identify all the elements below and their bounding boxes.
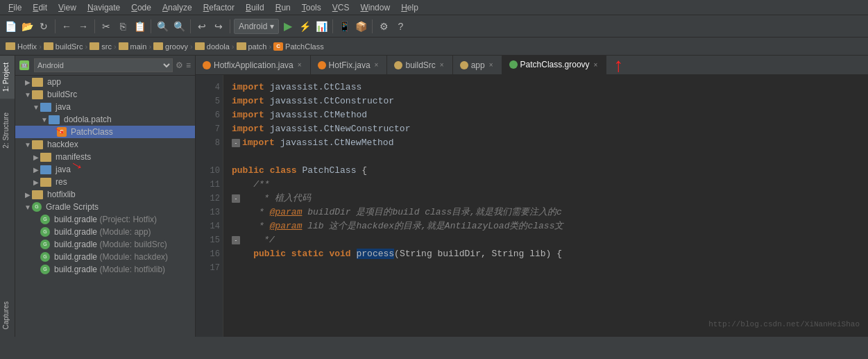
hotfix-java-tab-close[interactable]: × [373,61,380,69]
tree-item-patchclass[interactable]: C PatchClass [15,126,195,138]
buildsrc-folder-icon [32,90,43,99]
tab-project[interactable]: 1: Project [0,56,15,99]
res-expand-arrow[interactable]: ▶ [32,178,40,186]
menu-window[interactable]: Window [355,1,395,14]
tree-item-build-gradle-hotfixlib[interactable]: G build.gradle (Module: hotfixlib) [15,263,195,276]
tree-item-res[interactable]: ▶ res [15,176,195,188]
toolbar-sep-7 [372,19,373,33]
tree-item-build-gradle-app[interactable]: G build.gradle (Module: app) [15,226,195,238]
buildsrc-expand-arrow[interactable]: ▼ [24,91,32,99]
new-file-btn[interactable]: 📄 [3,19,18,34]
tab-hotfix-java[interactable]: HotFix.java × [311,56,388,75]
hackdex-expand-arrow[interactable]: ▼ [24,141,32,149]
buildsrc-folder-icon [44,42,53,50]
patchclass-tab-close[interactable]: × [593,61,599,69]
hotfixlib-expand-arrow[interactable]: ▶ [24,191,32,199]
hotfix-app-tab-close[interactable]: × [296,61,303,69]
sdk-btn[interactable]: 📦 [353,19,368,34]
paste-btn[interactable]: 📋 [132,19,147,34]
tab-hotfix-application[interactable]: HotfixApplication.java × [196,56,311,75]
sync-btn[interactable]: ↻ [36,19,51,34]
tree-item-hotfixlib[interactable]: ▶ hotfixlib [15,188,195,201]
fold-icon-8[interactable]: - [232,139,240,147]
undo-btn[interactable]: ↩ [194,19,210,34]
find-btn[interactable]: 🔍 [155,19,170,34]
line-num-14: 14 [198,219,220,233]
forward-btn[interactable]: → [76,19,91,34]
profile-btn[interactable]: 📊 [314,19,329,34]
buildsrc-tab-close[interactable]: × [439,61,445,69]
back-btn[interactable]: ← [59,19,74,34]
menu-run[interactable]: Run [270,1,296,14]
tree-item-build-gradle-buildsrc[interactable]: G build.gradle (Module: buildSrc) [15,238,195,251]
menu-analyze[interactable]: Analyze [157,1,198,14]
breadcrumb-patchclass[interactable]: C PatchClass [273,42,324,51]
tree-item-build-gradle-hackdex[interactable]: G build.gradle (Module: hackdex) [15,251,195,263]
tab-patchclass[interactable]: PatchClass.groovy × [502,56,607,75]
open-btn[interactable]: 📂 [19,19,35,34]
menu-vcs[interactable]: VCS [327,1,355,14]
tree-item-java2[interactable]: ▶ java [15,163,195,176]
project-panel: 🤖 Android Project Files ⚙ ≡ ▶ app ▼ buil… [15,56,196,337]
java-expand-arrow[interactable]: ▼ [32,103,40,111]
tab-captures[interactable]: Captures [0,294,15,337]
breadcrumb-main[interactable]: main [119,42,147,51]
manifests-expand-arrow[interactable]: ▶ [32,153,40,161]
app-expand-arrow[interactable]: ▶ [24,78,32,86]
tree-item-build-gradle-project[interactable]: G build.gradle (Project: Hotfix) [15,213,195,226]
menu-help[interactable]: Help [395,1,424,14]
tab-structure[interactable]: 2: Structure [0,106,15,156]
fold-icon-15[interactable]: - [232,236,240,244]
buildsrc-label: buildSrc [47,90,77,99]
tree-item-buildsrc[interactable]: ▼ buildSrc [15,88,195,101]
breadcrumb-patch[interactable]: patch [237,42,267,51]
run-btn[interactable]: ▶ [280,19,296,34]
tree-item-dodola-patch[interactable]: ▼ dodola.patch [15,113,195,126]
gradle-scripts-icon: G [32,202,42,212]
breadcrumb-buildsrc[interactable]: buildSrc [44,42,83,51]
debug-btn[interactable]: ⚡ [297,19,312,34]
menu-file[interactable]: File [3,1,27,14]
java2-expand-arrow[interactable]: ▶ [32,166,40,174]
breadcrumb-groovy[interactable]: groovy [153,42,188,51]
help-btn[interactable]: ? [393,19,408,34]
menu-tools[interactable]: Tools [296,1,327,14]
menu-view[interactable]: View [53,1,82,14]
menu-navigate[interactable]: Navigate [82,1,126,14]
tree-item-app[interactable]: ▶ app [15,76,195,88]
java-label: java [56,102,71,112]
tab-app[interactable]: app × [453,56,502,75]
menu-build[interactable]: Build [240,1,270,14]
settings-icon[interactable]: ≡ [186,60,191,70]
menu-code[interactable]: Code [126,1,157,14]
app-tab-close[interactable]: × [488,61,495,69]
menu-edit[interactable]: Edit [27,1,53,14]
toolbar-sep-3 [151,19,151,33]
cut-btn[interactable]: ✂ [99,19,114,34]
avd-btn[interactable]: 📱 [337,19,352,34]
breadcrumb-src[interactable]: src [90,42,112,51]
tree-item-manifests[interactable]: ▶ manifests [15,151,195,163]
gear-icon[interactable]: ⚙ [176,60,183,70]
android-scope-dropdown[interactable]: Android Project Files [34,58,173,72]
line-num-6: 6 [198,108,220,122]
app-tab-icon [460,61,468,69]
breadcrumb-hotfix[interactable]: Hotfix [6,42,37,51]
settings-btn[interactable]: ⚙ [376,19,391,34]
redo-btn[interactable]: ↪ [211,19,226,34]
tree-item-hackdex[interactable]: ▼ hackdex [15,138,195,151]
tree-item-gradle-scripts[interactable]: ▼ G Gradle Scripts [15,201,195,213]
breadcrumb-dodola[interactable]: dodola [195,42,230,51]
tree-item-java[interactable]: ▼ java [15,101,195,113]
menu-refactor[interactable]: Refactor [198,1,240,14]
java-folder-icon [40,103,51,112]
fold-icon-12[interactable]: - [232,194,240,203]
gradle-expand-arrow[interactable]: ▼ [24,203,32,211]
code-content[interactable]: import javassist.CtClass import javassis… [223,75,868,337]
copy-btn[interactable]: ⎘ [115,19,130,34]
run-config-dropdown[interactable]: Android ▾ [234,19,279,34]
red-arrow-tab-icon: ↑ [613,56,623,75]
tab-buildsrc[interactable]: buildSrc × [387,56,452,75]
dodola-patch-expand-arrow[interactable]: ▼ [40,116,49,124]
replace-btn[interactable]: 🔍 [171,19,187,34]
